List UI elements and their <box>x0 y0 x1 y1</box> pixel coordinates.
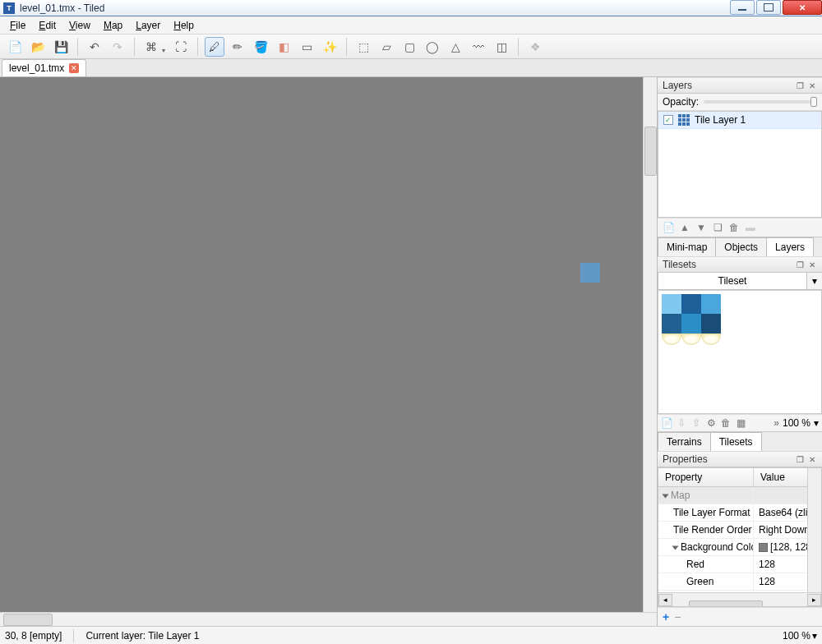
document-tab[interactable]: level_01.tmx ✕ <box>2 59 86 76</box>
main-toolbar: 📄 📂 💾 ↶ ↷ ⌘ ⛶ 🖊 ✏ 🪣 ◧ ▭ ✨ ⬚ ▱ ▢ ◯ △ 〰 ◫ … <box>0 34 822 59</box>
insert-polyline-icon[interactable]: 〰 <box>469 37 488 57</box>
new-file-icon[interactable]: 📄 <box>5 37 25 57</box>
menu-edit[interactable]: Edit <box>32 18 62 33</box>
maximize-button[interactable] <box>756 0 781 15</box>
prop-row[interactable]: Red128 <box>658 556 807 573</box>
tileset-tab[interactable]: Tileset <box>658 273 807 290</box>
terrain-tool-icon[interactable]: ✏ <box>228 37 247 57</box>
eraser-icon[interactable]: ◧ <box>274 37 293 57</box>
command-icon[interactable]: ⌘ <box>141 37 168 57</box>
select-objects-icon[interactable]: ⬚ <box>353 37 373 57</box>
stamp-tool-icon[interactable]: 🖊 <box>205 37 224 57</box>
prop-row[interactable]: Green128 <box>658 573 807 591</box>
duplicate-layer-icon[interactable]: ❏ <box>712 222 723 233</box>
menu-view[interactable]: View <box>62 18 97 33</box>
tab-terrains[interactable]: Terrains <box>658 432 711 451</box>
layer-toolbar: 📄 ▲ ▼ ❏ 🗑 ▬ <box>658 218 822 237</box>
add-property-icon[interactable]: + <box>663 610 669 623</box>
insert-ellipse-icon[interactable]: ◯ <box>423 37 442 57</box>
properties-body[interactable]: Map Tile Layer FormatBase64 (zlib Tile R… <box>658 487 807 592</box>
undock-icon[interactable]: ❐ <box>795 80 805 90</box>
map-canvas[interactable] <box>0 77 643 612</box>
canvas-horizontal-scrollbar[interactable] <box>0 612 657 626</box>
close-panel-icon[interactable]: ✕ <box>807 454 817 464</box>
status-bar: 30, 8 [empty] Current layer: Tile Layer … <box>0 626 822 644</box>
properties-panel-header[interactable]: Properties ❐ ✕ <box>658 451 822 467</box>
menu-file[interactable]: File <box>3 18 32 33</box>
minimize-button[interactable] <box>730 0 755 15</box>
zoom-dropdown-icon[interactable]: ▾ <box>812 630 817 642</box>
col-value[interactable]: Value <box>754 468 807 486</box>
properties-panel-title: Properties <box>663 453 708 465</box>
app-icon: T <box>3 2 15 14</box>
tilesets-panel-header[interactable]: Tilesets ❐ ✕ <box>658 256 822 273</box>
new-tileset-icon[interactable]: 📄 <box>661 417 672 429</box>
resize-icon[interactable]: ⛶ <box>171 37 191 57</box>
tileset-properties-icon[interactable]: ⚙ <box>705 417 717 429</box>
tileset-view[interactable] <box>658 291 822 414</box>
tileset-dropdown-icon[interactable]: ▾ <box>807 273 822 290</box>
canvas-vertical-scrollbar[interactable] <box>643 77 657 612</box>
bucket-fill-icon[interactable]: 🪣 <box>251 37 270 57</box>
prop-row[interactable]: Tile Layer FormatBase64 (zlib <box>658 504 807 522</box>
layer-up-icon[interactable]: ▲ <box>679 222 690 233</box>
opacity-label: Opacity: <box>663 96 699 108</box>
tab-objects[interactable]: Objects <box>715 237 767 256</box>
undo-icon[interactable]: ↶ <box>85 37 104 57</box>
close-tab-icon[interactable]: ✕ <box>69 63 79 73</box>
new-layer-icon[interactable]: 📄 <box>663 222 674 233</box>
edit-terrain-icon[interactable]: ▦ <box>735 417 746 429</box>
undock-icon[interactable]: ❐ <box>795 454 805 464</box>
close-button[interactable] <box>783 0 822 15</box>
layer-visible-checkbox[interactable]: ✓ <box>663 115 673 125</box>
random-mode-icon[interactable]: ❖ <box>525 37 545 57</box>
menu-map[interactable]: Map <box>97 18 129 33</box>
edit-polygons-icon[interactable]: ▱ <box>376 37 396 57</box>
tab-minimap[interactable]: Mini-map <box>658 237 716 256</box>
layers-panel-title: Layers <box>663 80 692 91</box>
rect-select-icon[interactable]: ▭ <box>297 37 316 57</box>
open-file-icon[interactable]: 📂 <box>28 37 48 57</box>
prop-row[interactable]: Tile Render OrderRight Down <box>658 522 807 539</box>
insert-tile-icon[interactable]: ◫ <box>492 37 511 57</box>
tileset-zoom-drop-icon[interactable]: ▾ <box>814 417 819 429</box>
scroll-left-icon[interactable]: ◂ <box>658 594 672 606</box>
layer-down-icon[interactable]: ▼ <box>695 222 707 233</box>
status-zoom[interactable]: 100 % <box>783 630 810 642</box>
export-tileset-icon[interactable]: ⇧ <box>690 417 702 429</box>
layers-panel-header[interactable]: Layers ❐ ✕ <box>658 77 822 94</box>
canvas-area <box>0 77 658 626</box>
delete-tileset-icon[interactable]: 🗑 <box>720 417 732 429</box>
close-panel-icon[interactable]: ✕ <box>807 80 817 90</box>
import-tileset-icon[interactable]: ⇩ <box>676 417 687 429</box>
layer-list[interactable]: ✓ Tile Layer 1 <box>658 111 822 218</box>
tab-tilesets[interactable]: Tilesets <box>710 432 762 451</box>
close-panel-icon[interactable]: ✕ <box>807 260 817 269</box>
layer-other-icon[interactable]: ▬ <box>745 222 756 233</box>
insert-polygon-icon[interactable]: △ <box>446 37 465 57</box>
layer-name: Tile Layer 1 <box>695 114 746 126</box>
col-property[interactable]: Property <box>658 468 754 486</box>
properties-horizontal-scrollbar[interactable]: ◂ ▸ <box>658 592 821 606</box>
redo-icon[interactable]: ↷ <box>108 37 127 57</box>
remove-property-icon[interactable]: − <box>674 610 681 623</box>
menubar: File Edit View Map Layer Help <box>0 16 822 34</box>
tileset-tiles[interactable] <box>662 294 818 334</box>
menu-help[interactable]: Help <box>167 18 201 33</box>
tab-layers[interactable]: Layers <box>766 237 814 256</box>
magic-wand-icon[interactable]: ✨ <box>320 37 339 57</box>
prop-row[interactable]: Background Color[128, 128 <box>658 539 807 556</box>
opacity-slider[interactable] <box>704 100 817 104</box>
tileset-toolbar: 📄 ⇩ ⇧ ⚙ 🗑 ▦ » 100 % ▾ <box>658 414 822 431</box>
insert-rectangle-icon[interactable]: ▢ <box>399 37 419 57</box>
scroll-right-icon[interactable]: ▸ <box>807 594 821 606</box>
prop-group-map[interactable]: Map <box>658 487 807 504</box>
tileset-zoom[interactable]: 100 % <box>783 417 810 429</box>
undock-icon[interactable]: ❐ <box>795 260 805 269</box>
layer-item[interactable]: ✓ Tile Layer 1 <box>658 112 821 129</box>
properties-vertical-scrollbar[interactable] <box>807 468 821 592</box>
menu-layer[interactable]: Layer <box>129 18 167 33</box>
save-icon[interactable]: 💾 <box>51 37 71 57</box>
delete-layer-icon[interactable]: 🗑 <box>728 222 740 233</box>
tileset-more-icon[interactable]: » <box>774 417 779 429</box>
